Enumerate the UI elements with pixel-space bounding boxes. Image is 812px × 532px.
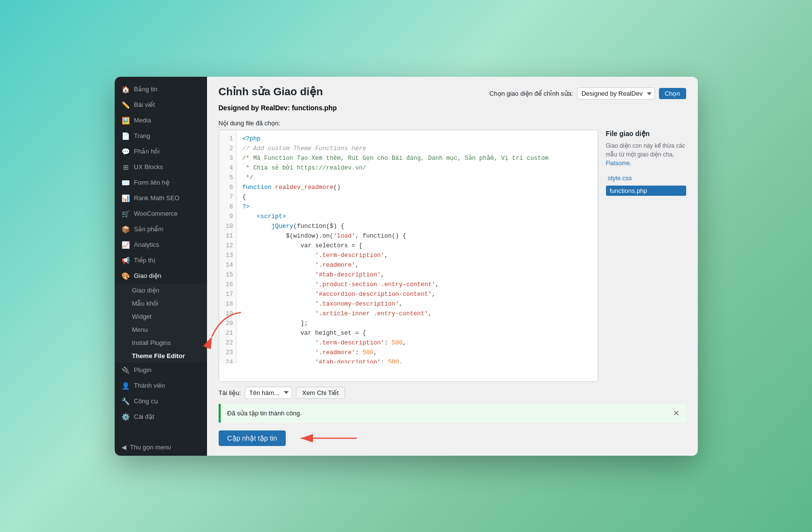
docs-select[interactable]: Tên hàm... — [245, 387, 292, 399]
collapse-menu[interactable]: ◀ Thu gọn menu — [115, 439, 207, 456]
sidebar-submenu-giao-dien: Giao diện Mẫu khối Widget Menu Install P… — [115, 284, 207, 362]
update-button[interactable]: Cập nhật tập tin — [219, 430, 286, 446]
sidebar-sub-theme-file-editor[interactable]: Theme File Editor — [115, 349, 207, 362]
sidebar-item-woocommerce[interactable]: 🛒 WooCommerce — [115, 206, 207, 222]
sidebar-label-tiep-thi: Tiếp thị — [134, 257, 155, 264]
settings-icon: ⚙️ — [121, 413, 130, 421]
appearance-icon: 🎨 — [121, 272, 130, 280]
tools-icon: 🔧 — [121, 397, 130, 405]
sub-label-mau-khoi: Mẫu khối — [132, 300, 158, 307]
page-header: Chỉnh sửa Giao diện Chọn giao diện để ch… — [207, 77, 698, 120]
sidebar-label-thanh-vien: Thành viên — [134, 382, 165, 389]
sidebar-item-rank-math[interactable]: 📊 Rank Math SEO — [115, 190, 207, 206]
sidebar-item-bang-tin[interactable]: 🏠 Bảng tin — [115, 82, 207, 97]
choose-button[interactable]: Chọn — [659, 88, 686, 99]
marketing-icon: 📢 — [121, 257, 130, 264]
pages-icon: 📄 — [121, 132, 130, 140]
file-name: Designed by RealDev: functions.php — [219, 104, 686, 112]
notice-text: Đã sửa tập tin thành công. — [227, 410, 302, 417]
sidebar-label-form-lien-he: Form liên hệ — [134, 179, 170, 186]
collapse-label: Thu gọn menu — [130, 444, 172, 451]
sidebar-sub-widget[interactable]: Widget — [115, 310, 207, 323]
sub-label-widget: Widget — [132, 313, 152, 320]
dashboard-icon: 🏠 — [121, 86, 130, 93]
sidebar-item-thanh-vien[interactable]: 👤 Thành viên — [115, 378, 207, 394]
sidebar-label-giao-dien: Giao diện — [134, 272, 161, 279]
update-btn-row: Cập nhật tập tin — [219, 429, 686, 448]
line-numbers: 12345 678910 1112131415 1617181920 21222… — [219, 130, 237, 363]
sidebar-item-san-pham[interactable]: 📦 Sản phẩm — [115, 222, 207, 237]
selector-label: Chọn giao diện để chỉnh sửa: — [489, 90, 573, 97]
products-icon: 📦 — [121, 225, 130, 233]
sidebar-label-cong-cu: Công cụ — [134, 397, 158, 405]
seo-icon: 📊 — [121, 194, 130, 202]
theme-select[interactable]: Designed by RealDev — [577, 87, 655, 100]
sub-label-menu: Menu — [132, 326, 148, 333]
sidebar-item-analytics[interactable]: 📈 Analytics — [115, 237, 207, 253]
sidebar-item-phan-hoi[interactable]: 💬 Phản hồi — [115, 144, 207, 159]
sidebar-sub-giao-dien[interactable]: Giao diện — [115, 284, 207, 297]
file-sidebar-desc: Giao diện con này kế thừa các mẫu từ một… — [606, 141, 686, 168]
file-sidebar: File giao diện Giao diện con này kế thừa… — [606, 130, 686, 382]
sidebar-item-giao-dien[interactable]: 🎨 Giao diện — [115, 268, 207, 284]
sidebar-label-bai-viet: Bài viết — [134, 101, 155, 108]
docs-label: Tài liệu: — [219, 389, 241, 396]
file-link-functions[interactable]: functions.php — [606, 186, 686, 196]
sidebar-label-phan-hoi: Phản hồi — [134, 148, 160, 155]
collapse-icon: ◀ — [121, 444, 126, 451]
code-content[interactable]: <?php // Add custom Theme Functions here… — [237, 130, 598, 363]
sub-label-giao-dien: Giao diện — [132, 287, 159, 294]
plugin-icon: 🔌 — [121, 366, 130, 374]
detail-button[interactable]: Xem Chi Tiết — [296, 387, 345, 399]
sidebar-item-bai-viet[interactable]: ✏️ Bài viết — [115, 97, 207, 113]
parent-theme-link[interactable]: Flatsome. — [606, 160, 632, 167]
sidebar-label-woocommerce: WooCommerce — [134, 210, 178, 217]
sidebar-label-san-pham: Sản phẩm — [134, 225, 164, 233]
sidebar-item-cong-cu[interactable]: 🔧 Công cụ — [115, 394, 207, 409]
sidebar: 🏠 Bảng tin ✏️ Bài viết 🖼️ Media 📄 Trang … — [115, 77, 207, 456]
ux-blocks-icon: ⊞ — [121, 163, 130, 171]
woo-icon: 🛒 — [121, 210, 130, 218]
media-icon: 🖼️ — [121, 117, 130, 124]
success-notice: Đã sửa tập tin thành công. ✕ — [219, 404, 686, 423]
sidebar-item-plugin[interactable]: 🔌 Plugin — [115, 362, 207, 378]
sidebar-label-rank-math: Rank Math SEO — [134, 194, 180, 202]
sidebar-label-cai-dat: Cài đặt — [134, 413, 155, 420]
posts-icon: ✏️ — [121, 101, 130, 109]
content-label: Nội dung file đã chọn: — [207, 120, 698, 130]
sidebar-item-media[interactable]: 🖼️ Media — [115, 113, 207, 128]
sidebar-label-media: Media — [134, 117, 151, 124]
sidebar-label-bang-tin: Bảng tin — [134, 86, 157, 93]
sidebar-sub-menu[interactable]: Menu — [115, 323, 207, 336]
sidebar-label-ux-blocks: UX Blocks — [134, 163, 163, 171]
code-editor[interactable]: 12345 678910 1112131415 1617181920 21222… — [219, 130, 598, 363]
file-sidebar-desc-text: Giao diện con này kế thừa các mẫu từ một… — [606, 142, 685, 158]
docs-row: Tài liệu: Tên hàm... Xem Chi Tiết — [219, 387, 686, 399]
sidebar-item-form-lien-he[interactable]: ✉️ Form liên hệ — [115, 175, 207, 190]
sub-label-install-plugins: Install Plugins — [132, 339, 171, 346]
sidebar-sub-install-plugins[interactable]: Install Plugins — [115, 336, 207, 349]
arrow-annotation — [294, 429, 362, 448]
selector-group: Chọn giao diện để chỉnh sửa: Designed by… — [489, 87, 686, 100]
main-content: Chỉnh sửa Giao diện Chọn giao diện để ch… — [207, 77, 698, 456]
sidebar-item-cai-dat[interactable]: ⚙️ Cài đặt — [115, 409, 207, 425]
sidebar-label-analytics: Analytics — [134, 241, 159, 248]
editor-area: 12345 678910 1112131415 1617181920 21222… — [207, 130, 698, 382]
file-sidebar-title: File giao diện — [606, 130, 686, 137]
sidebar-sub-mau-khoi[interactable]: Mẫu khối — [115, 297, 207, 310]
sidebar-label-plugin: Plugin — [134, 366, 152, 374]
page-title: Chỉnh sửa Giao diện — [219, 86, 323, 98]
analytics-icon: 📈 — [121, 241, 130, 249]
file-link-style[interactable]: style.css — [606, 173, 686, 183]
sidebar-item-ux-blocks[interactable]: ⊞ UX Blocks — [115, 159, 207, 175]
sidebar-label-trang: Trang — [134, 132, 150, 139]
sub-label-theme-file-editor: Theme File Editor — [132, 352, 185, 360]
theme-selector-row: Chỉnh sửa Giao diện Chọn giao diện để ch… — [219, 86, 686, 102]
notice-close[interactable]: ✕ — [673, 409, 679, 418]
sidebar-item-tiep-thi[interactable]: 📢 Tiếp thị — [115, 253, 207, 268]
code-editor-wrapper: 12345 678910 1112131415 1617181920 21222… — [219, 130, 598, 382]
sidebar-item-trang[interactable]: 📄 Trang — [115, 128, 207, 144]
comments-icon: 💬 — [121, 148, 130, 155]
bottom-area: Tài liệu: Tên hàm... Xem Chi Tiết Đã sửa… — [207, 387, 698, 456]
form-icon: ✉️ — [121, 179, 130, 187]
